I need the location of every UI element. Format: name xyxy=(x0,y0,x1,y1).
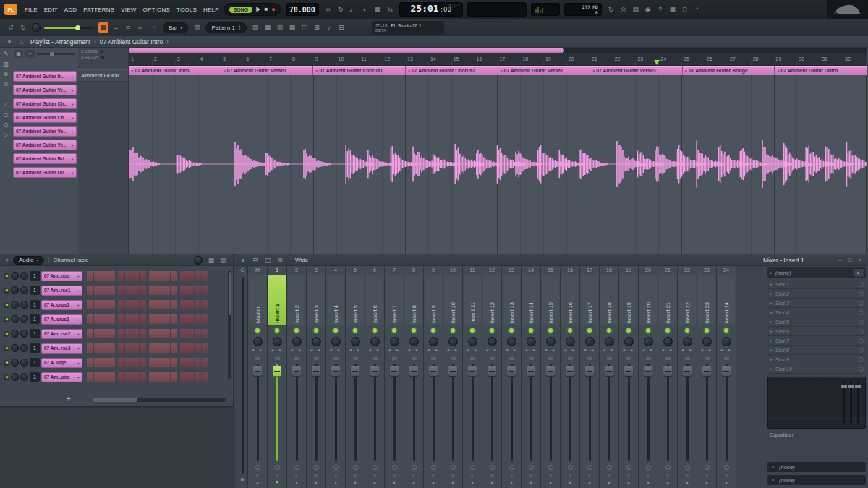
effect-slot-9[interactable]: ▶Slot 9 xyxy=(767,355,866,364)
step-cell[interactable] xyxy=(94,300,101,309)
volume-fader[interactable] xyxy=(424,361,443,463)
pan-control[interactable]: ◄ ► xyxy=(346,348,365,355)
stereo-sep-knob[interactable] xyxy=(370,337,380,346)
volume-fader[interactable] xyxy=(268,361,286,463)
route-arrow-icon[interactable]: ▴ xyxy=(287,479,306,488)
step-cell[interactable] xyxy=(187,343,194,353)
move-clips-icon[interactable]: + xyxy=(25,50,35,58)
step-cell[interactable] xyxy=(140,372,146,382)
channel-button[interactable]: 07 Am..rse3+ xyxy=(41,343,82,354)
track-led[interactable] xyxy=(607,328,611,333)
step-cell[interactable] xyxy=(132,300,139,309)
channel-pan-knob[interactable] xyxy=(11,315,19,323)
route-arrow-icon[interactable]: ▴ xyxy=(346,479,365,488)
toggle-piano-roll[interactable]: ▦ xyxy=(263,22,273,33)
fx-enable-ring[interactable] xyxy=(724,465,729,470)
mixer-strip-insert-24[interactable]: 24Insert 24◄ ►▴ xyxy=(717,266,736,488)
step-cell[interactable] xyxy=(180,329,187,338)
midi-keyboard-icon[interactable]: ▤ xyxy=(631,4,641,14)
slot-menu-button[interactable]: ▶ xyxy=(854,269,864,277)
mute-dot[interactable] xyxy=(725,474,728,477)
stereo-sep-knob[interactable] xyxy=(273,337,282,346)
step-cell[interactable] xyxy=(163,271,170,281)
route-arrow-icon[interactable]: ▴ xyxy=(326,479,345,488)
track-led[interactable] xyxy=(294,328,299,333)
step-cell[interactable] xyxy=(125,343,132,353)
mute-dot[interactable] xyxy=(334,474,337,477)
channel-button[interactable]: 07 Am..rse1+ xyxy=(41,286,82,296)
slot-enable-ring[interactable] xyxy=(859,291,864,296)
channel-mixer-target[interactable]: 1 xyxy=(30,358,40,367)
playlist-clip[interactable]: ≡07 Ambient Guitar Chorus2 xyxy=(406,66,498,75)
swing-knob[interactable] xyxy=(194,256,203,265)
pan-control[interactable]: ◄ ► xyxy=(268,348,286,355)
mute-dot[interactable] xyxy=(529,474,532,477)
graph-editor-icon[interactable]: ▦ xyxy=(206,255,216,265)
clip-source-button[interactable]: 07 Ambient Guitar Bri..+ xyxy=(13,153,77,164)
step-cell[interactable] xyxy=(109,372,115,382)
slot-enable-ring[interactable] xyxy=(859,348,864,353)
mixer-strip-insert-17[interactable]: 17Insert 17◄ ►▴ xyxy=(580,266,600,488)
stereo-sep-knob[interactable] xyxy=(292,337,302,346)
volume-fader[interactable] xyxy=(678,361,697,463)
effect-slot-2[interactable]: ▶Slot 2 xyxy=(767,289,866,299)
mixer-strip-insert-11[interactable]: 11Insert 11◄ ►▴ xyxy=(463,266,482,488)
step-cell[interactable] xyxy=(87,329,93,338)
timeline-scrollbar[interactable] xyxy=(129,48,867,53)
step-cell[interactable] xyxy=(180,358,187,367)
route-arrow-icon[interactable]: ▴ xyxy=(600,479,618,488)
record-button[interactable]: ● xyxy=(271,7,275,13)
channel-pan-knob[interactable] xyxy=(11,373,19,381)
step-cell[interactable] xyxy=(118,286,124,295)
track-name-cell[interactable]: Insert 23 xyxy=(698,275,715,325)
playlist-clip[interactable]: ≡07 Ambient Guitar Verse3 xyxy=(590,66,683,75)
step-cell[interactable] xyxy=(187,300,194,309)
route-arrow-icon[interactable]: ▴ xyxy=(404,479,423,488)
mixer-strip-insert-20[interactable]: 20Insert 20◄ ►▴ xyxy=(639,266,658,488)
volume-fader[interactable] xyxy=(639,361,658,463)
step-cell[interactable] xyxy=(132,271,139,281)
step-cell[interactable] xyxy=(118,314,124,324)
channel-pan-knob[interactable] xyxy=(11,330,19,338)
step-cell[interactable] xyxy=(140,343,146,353)
pan-control[interactable]: ◄ ► xyxy=(502,348,521,355)
step-cell[interactable] xyxy=(94,343,101,353)
fader-handle[interactable] xyxy=(273,366,281,377)
fx-enable-ring[interactable] xyxy=(333,465,339,470)
mute-dot[interactable] xyxy=(393,474,396,477)
volume-fader[interactable] xyxy=(365,361,384,463)
wait-for-input-icon[interactable]: ◐ xyxy=(360,4,370,14)
fx-enable-ring[interactable] xyxy=(314,465,319,470)
stereo-sep-knob[interactable] xyxy=(722,337,731,346)
clip-source-button[interactable]: 07 Ambient Guitar Ch..+ xyxy=(13,112,77,123)
mixer-header[interactable]: ▾⊟◫⊞ Wide Mixer - Insert 1 –□× xyxy=(234,254,868,266)
mixer-strip-insert-18[interactable]: 18Insert 18◄ ►▴ xyxy=(600,266,619,488)
fader-handle[interactable] xyxy=(253,366,262,377)
channel-led[interactable] xyxy=(4,346,9,351)
fader-handle[interactable] xyxy=(429,366,438,377)
playlist-clip[interactable]: ≡07 Ambient Guitar Outro xyxy=(775,66,867,75)
stereo-sep-knob[interactable] xyxy=(448,337,458,346)
toggle-browser[interactable]: ◫ xyxy=(299,22,310,33)
step-cell[interactable] xyxy=(195,343,201,353)
channel-button[interactable]: 07 A..orus2+ xyxy=(41,314,82,325)
channel-pan-knob[interactable] xyxy=(11,286,19,294)
mixer-strip-insert-3[interactable]: 3Insert 3◄ ►▴ xyxy=(307,266,326,488)
step-cell[interactable] xyxy=(94,329,101,338)
close-button[interactable]: × xyxy=(856,257,864,264)
fx-enable-ring[interactable] xyxy=(646,465,651,470)
mute-dot[interactable] xyxy=(412,474,415,477)
pan-control[interactable]: ◄ ► xyxy=(639,348,658,355)
track-name-cell[interactable]: Insert 21 xyxy=(659,275,676,325)
step-cell[interactable] xyxy=(125,286,132,295)
playlist-clip[interactable]: ≡07 Ambient Guitar Verse1 xyxy=(221,66,314,75)
slot-enable-ring[interactable] xyxy=(859,329,864,334)
menu-add[interactable]: ADD xyxy=(64,7,77,13)
route-arrow-icon[interactable]: ▴ xyxy=(561,479,579,488)
playhead-marker[interactable] xyxy=(654,60,660,65)
channel-button[interactable]: 07 Am..rse2+ xyxy=(41,329,82,339)
channel-pan-knob[interactable] xyxy=(11,344,19,352)
step-cell[interactable] xyxy=(109,343,115,353)
route-arrow-icon[interactable]: ▴ xyxy=(697,479,716,488)
send-knob[interactable] xyxy=(770,464,776,470)
